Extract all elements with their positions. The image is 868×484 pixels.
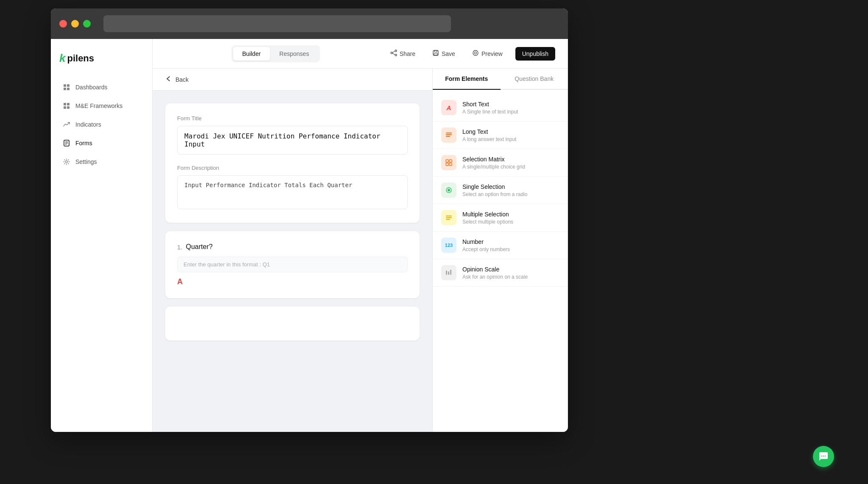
form-desc-input[interactable]: [177, 175, 408, 209]
element-long-text[interactable]: Long Text A long answer text input: [433, 122, 568, 149]
tab-builder[interactable]: Builder: [233, 47, 270, 61]
grid2-icon: [63, 102, 70, 110]
svg-rect-2: [64, 88, 66, 90]
element-short-text[interactable]: A Short Text A Single line of text input: [433, 94, 568, 122]
opinion-info: Opinion Scale Ask for an opinion on a sc…: [462, 266, 559, 280]
preview-icon: [472, 50, 479, 58]
sidebar-item-frameworks[interactable]: M&E Frameworks: [54, 97, 149, 115]
svg-point-21: [473, 50, 478, 55]
element-multiple-selection[interactable]: Multiple Selection Select multiple optio…: [433, 204, 568, 232]
sidebar-item-label: Indicators: [75, 121, 101, 128]
maximize-button[interactable]: [83, 20, 91, 28]
multi-desc: Select multiple options: [462, 219, 559, 225]
svg-rect-35: [446, 271, 447, 275]
gear-icon: [63, 158, 70, 166]
svg-rect-37: [450, 270, 451, 275]
sidebar-item-forms[interactable]: Forms: [54, 134, 149, 152]
logo: kpilens: [51, 47, 152, 77]
svg-rect-29: [449, 163, 452, 166]
question-row-1: 1. Quarter?: [177, 243, 408, 251]
svg-point-12: [66, 161, 68, 163]
question-hint: Enter the quarter in this format : Q1: [177, 257, 408, 272]
svg-rect-3: [67, 88, 70, 90]
svg-rect-7: [67, 106, 70, 109]
share-button[interactable]: Share: [386, 47, 420, 60]
short-text-icon: A: [441, 100, 456, 115]
svg-rect-25: [446, 136, 450, 137]
svg-rect-19: [434, 50, 437, 52]
short-text-desc: A Single line of text input: [462, 109, 559, 115]
opinion-icon: [441, 265, 456, 280]
svg-rect-6: [64, 106, 66, 109]
svg-rect-33: [446, 217, 452, 218]
chat-fab[interactable]: [813, 446, 834, 467]
back-button[interactable]: Back: [165, 75, 189, 83]
svg-rect-34: [446, 219, 450, 220]
svg-point-31: [448, 189, 450, 191]
svg-rect-4: [64, 103, 66, 105]
right-panel: Form Elements Question Bank A Short Text…: [432, 69, 568, 432]
form-title-input[interactable]: [177, 126, 408, 155]
svg-rect-23: [446, 133, 452, 133]
view-tabs: Builder Responses: [231, 45, 320, 62]
single-name: Single Selection: [462, 183, 559, 190]
share-label: Share: [400, 50, 415, 57]
tab-question-bank[interactable]: Question Bank: [501, 69, 568, 90]
sidebar-item-label: M&E Frameworks: [75, 102, 122, 109]
sidebar-item-dashboards[interactable]: Dashboards: [54, 78, 149, 96]
sidebar-item-settings[interactable]: Settings: [54, 153, 149, 171]
unpublish-button[interactable]: Unpublish: [515, 47, 555, 61]
short-text-name: Short Text: [462, 101, 559, 108]
address-bar[interactable]: [103, 15, 451, 32]
top-header: Builder Responses: [153, 39, 568, 69]
tab-responses[interactable]: Responses: [270, 47, 318, 61]
svg-point-13: [395, 50, 397, 52]
opinion-desc: Ask for an opinion on a scale: [462, 274, 559, 280]
sidebar-item-indicators[interactable]: Indicators: [54, 116, 149, 133]
trending-icon: [63, 121, 70, 128]
element-opinion-scale[interactable]: Opinion Scale Ask for an opinion on a sc…: [433, 259, 568, 287]
multi-name: Multiple Selection: [462, 211, 559, 218]
element-selection-matrix[interactable]: Selection Matrix A single/multiple choic…: [433, 149, 568, 177]
svg-point-22: [474, 52, 476, 54]
grid-icon: [63, 83, 70, 91]
panel-items: A Short Text A Single line of text input: [433, 90, 568, 432]
element-number[interactable]: 123 Number Accept only numbers: [433, 232, 568, 259]
question-type-icon: A: [177, 277, 408, 286]
long-text-name: Long Text: [462, 128, 559, 135]
form-meta-card: Form Title Form Description: [165, 103, 420, 223]
number-desc: Accept only numbers: [462, 246, 559, 252]
single-desc: Select an option from a radio: [462, 191, 559, 197]
element-single-selection[interactable]: Single Selection Select an option from a…: [433, 177, 568, 204]
back-arrow-icon: [165, 75, 172, 83]
logo-icon: k: [59, 52, 65, 65]
matrix-desc: A single/multiple choice grid: [462, 164, 559, 170]
document-icon: [63, 139, 70, 147]
svg-line-17: [392, 53, 395, 55]
form-area: Form Title Form Description 1. Quarter?: [153, 91, 432, 432]
matrix-icon: [441, 155, 456, 170]
number-info: Number Accept only numbers: [462, 238, 559, 252]
sidebar-item-label: Settings: [75, 158, 97, 165]
header-actions: Share Save: [386, 47, 555, 61]
tab-form-elements[interactable]: Form Elements: [433, 69, 501, 90]
svg-point-38: [821, 456, 822, 456]
long-text-icon: [441, 127, 456, 143]
save-button[interactable]: Save: [428, 47, 459, 60]
preview-button[interactable]: Preview: [468, 47, 507, 60]
logo-text: pilens: [67, 53, 94, 64]
svg-point-39: [823, 456, 824, 456]
single-info: Single Selection Select an option from a…: [462, 183, 559, 197]
close-button[interactable]: [59, 20, 67, 28]
minimize-button[interactable]: [71, 20, 79, 28]
sidebar-item-label: Forms: [75, 140, 92, 147]
svg-rect-28: [446, 163, 448, 166]
unpublish-label: Unpublish: [522, 50, 548, 57]
matrix-info: Selection Matrix A single/multiple choic…: [462, 156, 559, 170]
save-label: Save: [442, 50, 455, 57]
svg-rect-20: [434, 53, 437, 55]
svg-rect-5: [67, 103, 70, 105]
titlebar: [51, 8, 568, 39]
long-text-info: Long Text A long answer text input: [462, 128, 559, 142]
question-number: 1.: [177, 243, 183, 251]
